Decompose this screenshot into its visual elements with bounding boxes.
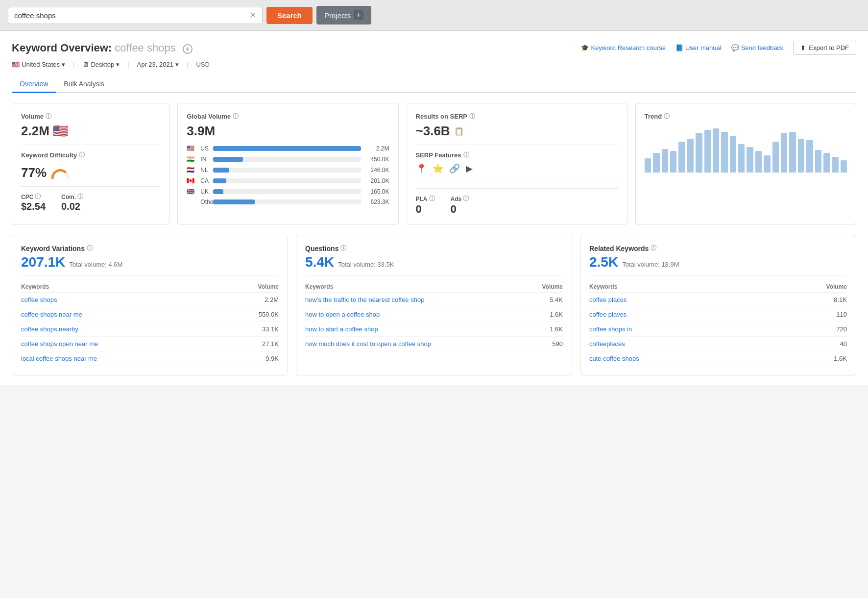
cpc-label: CPC ⓘ xyxy=(21,193,46,201)
desktop-icon: 🖥 xyxy=(82,61,89,68)
questions-card: Questions ⓘ 5.4K Total volume: 33.5K Key… xyxy=(296,235,572,375)
keyword-link[interactable]: coffee shops near me xyxy=(21,311,82,318)
table-row: coffeeplaces 40 xyxy=(589,337,847,351)
trend-info-icon[interactable]: ⓘ xyxy=(664,112,670,121)
rk-info-icon[interactable]: ⓘ xyxy=(651,244,656,252)
kv-count-row: 207.1K Total volume: 4.6M xyxy=(21,254,279,275)
q-total: Total volume: 33.5K xyxy=(338,261,394,268)
trend-bar xyxy=(730,136,736,173)
ads-info-icon[interactable]: ⓘ xyxy=(463,195,469,203)
trend-bar xyxy=(721,132,727,173)
question-link[interactable]: how much does it cost to open a coffee s… xyxy=(305,340,431,348)
gv-info-icon[interactable]: ⓘ xyxy=(233,112,239,121)
search-button[interactable]: Search xyxy=(266,7,313,24)
feedback-link[interactable]: 💬 Send feedback xyxy=(731,44,784,51)
pla-label: PLA ⓘ xyxy=(416,195,435,203)
table-row: cute coffee shops 1.6K xyxy=(589,351,847,366)
question-link[interactable]: how to start a coffee shop xyxy=(305,325,378,333)
related-keyword-link[interactable]: coffee places xyxy=(589,296,627,303)
trend-bar xyxy=(755,151,762,173)
ads-item: Ads ⓘ 0 xyxy=(451,195,469,216)
keyword-link[interactable]: local coffee shops near me xyxy=(21,355,97,362)
cpc-value: $2.54 xyxy=(21,201,46,212)
trend-bar xyxy=(789,132,796,173)
add-keyword-icon[interactable]: + xyxy=(183,44,193,54)
volume-info-icon[interactable]: ⓘ xyxy=(46,112,51,121)
link-icon: 🔗 xyxy=(449,163,460,174)
kv-info-icon[interactable]: ⓘ xyxy=(87,244,93,252)
trend-bar xyxy=(687,139,694,173)
us-flag-icon: 🇺🇸 xyxy=(52,124,68,139)
related-keyword-link[interactable]: coffee plaves xyxy=(589,311,627,318)
trend-bar xyxy=(670,151,676,173)
trend-bar xyxy=(832,157,838,173)
q-col-volume: Volume xyxy=(526,281,563,293)
table-row: coffee shops nearby 33.1K xyxy=(21,322,279,337)
serp-label: Results on SERP ⓘ xyxy=(416,112,618,121)
serp-features-info-icon[interactable]: ⓘ xyxy=(463,151,469,159)
global-volume-card: Global Volume ⓘ 3.9M 🇺🇸 US 2.2M 🇮🇳 IN 45… xyxy=(177,103,398,225)
rk-table: Keywords Volume coffee places 8.1K coffe… xyxy=(589,281,847,366)
table-row: coffee shops in 720 xyxy=(589,322,847,337)
com-info-icon[interactable]: ⓘ xyxy=(77,193,83,201)
course-link[interactable]: 🎓 Keyword Research course xyxy=(581,44,665,51)
pla-info-icon[interactable]: ⓘ xyxy=(429,195,435,203)
keyword-link[interactable]: coffee shops nearby xyxy=(21,325,78,333)
related-keywords-card: Related Keywords ⓘ 2.5K Total volume: 18… xyxy=(580,235,856,375)
table-row: how to start a coffee shop 1.6K xyxy=(305,322,563,337)
kv-col-keywords: Keywords xyxy=(21,281,224,293)
kd-info-icon[interactable]: ⓘ xyxy=(79,151,85,159)
country-volume: 623.3K xyxy=(364,199,389,205)
location-icon: 📍 xyxy=(416,163,427,174)
country-bar-row: 🇮🇳 IN 450.0K xyxy=(187,155,389,163)
kd-label: Keyword Difficulty ⓘ xyxy=(21,151,160,159)
manual-link[interactable]: 📘 User manual xyxy=(675,44,722,51)
device-filter[interactable]: 🖥 Desktop ▾ xyxy=(82,61,120,68)
rk-count: 2.5K xyxy=(589,254,618,270)
serp-info-icon[interactable]: ⓘ xyxy=(469,112,475,121)
kv-col-volume: Volume xyxy=(224,281,279,293)
serp-card: Results on SERP ⓘ ~3.6B 📋 SERP Features … xyxy=(407,103,627,225)
table-row: local coffee shops near me 9.9K xyxy=(21,351,279,366)
question-link[interactable]: how to open a coffee shop xyxy=(305,311,380,318)
related-keyword-link[interactable]: coffeeplaces xyxy=(589,340,625,348)
related-keyword-volume: 1.6K xyxy=(771,351,847,366)
trend-bar xyxy=(653,153,659,173)
kd-row: Keyword Difficulty ⓘ 77% xyxy=(21,151,160,180)
cpc-item: CPC ⓘ $2.54 xyxy=(21,193,46,212)
trend-bar xyxy=(772,142,779,173)
ads-value: 0 xyxy=(451,203,469,216)
date-filter[interactable]: Apr 23, 2021 ▾ xyxy=(137,61,179,68)
tab-bulk-analysis[interactable]: Bulk Analysis xyxy=(56,76,112,93)
q-count: 5.4K xyxy=(305,254,334,270)
related-keyword-link[interactable]: coffee shops in xyxy=(589,325,632,333)
table-row: coffee shops open near me 27.1K xyxy=(21,337,279,351)
table-row: coffee places 8.1K xyxy=(589,293,847,307)
volume-value: 2.2M 🇺🇸 xyxy=(21,124,160,139)
keyword-link[interactable]: coffee shops open near me xyxy=(21,340,98,348)
kd-value: 77% xyxy=(21,165,160,180)
chevron-icon: ▾ xyxy=(62,61,65,68)
country-code: US xyxy=(200,145,210,152)
gv-label: Global Volume ⓘ xyxy=(187,112,389,121)
cpc-info-icon[interactable]: ⓘ xyxy=(35,193,41,201)
related-keyword-link[interactable]: cute coffee shops xyxy=(589,355,639,362)
rk-col-volume: Volume xyxy=(771,281,847,293)
trend-bar xyxy=(678,142,685,173)
filter-separator-2: | xyxy=(127,61,129,68)
com-label: Com. ⓘ xyxy=(61,193,83,201)
table-row: coffee shops 2.2M xyxy=(21,293,279,307)
projects-button[interactable]: Projects + xyxy=(316,6,371,25)
tab-overview[interactable]: Overview xyxy=(12,76,56,93)
question-link[interactable]: how's the traffic to the nearest coffee … xyxy=(305,296,424,303)
trend-bar xyxy=(815,150,821,173)
cpc-row: CPC ⓘ $2.54 Com. ⓘ 0.02 xyxy=(21,193,160,212)
country-filter[interactable]: 🇺🇸 United States ▾ xyxy=(12,61,65,68)
clear-button[interactable]: ✕ xyxy=(250,11,256,19)
keyword-link[interactable]: coffee shops xyxy=(21,296,57,303)
search-input[interactable] xyxy=(14,11,246,20)
pla-ads-row: PLA ⓘ 0 Ads ⓘ 0 xyxy=(416,188,618,216)
q-info-icon[interactable]: ⓘ xyxy=(340,244,346,252)
export-button[interactable]: ⬆ Export to PDF xyxy=(793,41,856,55)
trend-chart xyxy=(645,124,847,173)
